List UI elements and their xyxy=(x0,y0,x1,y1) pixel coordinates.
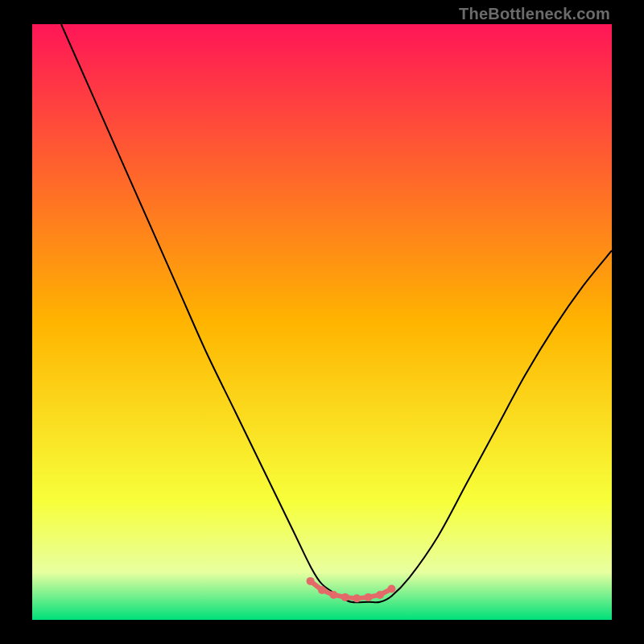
series-optimal-band-point xyxy=(353,594,361,602)
series-optimal-band-point xyxy=(307,577,315,585)
series-optimal-band-point xyxy=(376,591,384,599)
watermark-text: TheBottleneck.com xyxy=(459,5,610,23)
series-optimal-band-point xyxy=(341,593,349,601)
series-optimal-band-point xyxy=(329,591,337,599)
series-optimal-band-point xyxy=(318,586,326,594)
series-optimal-band-point xyxy=(365,593,373,601)
chart-frame: TheBottleneck.com xyxy=(0,0,644,644)
chart-plot-area xyxy=(32,24,612,620)
series-optimal-band-point xyxy=(387,585,395,593)
chart-background xyxy=(32,24,612,620)
chart-svg xyxy=(32,24,612,620)
